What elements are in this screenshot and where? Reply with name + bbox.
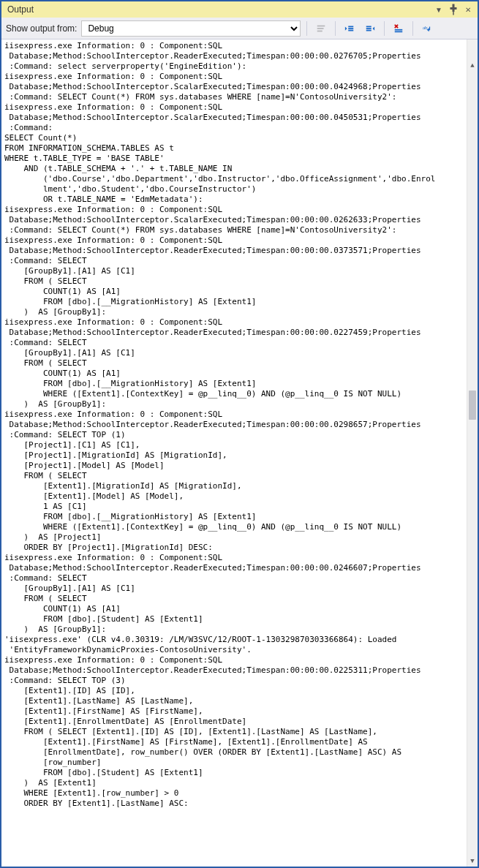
toolbar-separator	[306, 21, 307, 36]
svg-text:ab: ab	[423, 24, 428, 30]
label-show-output-from: Show output from:	[6, 23, 77, 34]
svg-rect-3	[317, 25, 325, 26]
dropdown-arrow-icon[interactable]: ▼	[432, 4, 445, 15]
toolbar-separator	[335, 21, 336, 36]
toolbar-separator	[384, 21, 385, 36]
svg-rect-1	[450, 7, 457, 10]
svg-rect-7	[395, 31, 403, 32]
vertical-scrollbar[interactable]: ▲ ▼	[467, 39, 478, 867]
panel-titlebar: Output ▼ ✕	[1, 1, 478, 18]
window-controls: ▼ ✕	[432, 4, 475, 15]
output-text-area[interactable]: iisexpress.exe Information: 0 : Componen…	[1, 39, 478, 867]
svg-rect-5	[317, 30, 323, 31]
toolbar-separator	[412, 21, 413, 36]
find-message-button	[313, 20, 329, 37]
output-source-select[interactable]: Debug	[81, 20, 301, 37]
svg-rect-6	[395, 29, 403, 30]
panel-title: Output	[7, 4, 34, 15]
indent-right-button[interactable]	[362, 20, 378, 37]
scroll-up-arrow-icon[interactable]: ▲	[467, 60, 478, 71]
scroll-down-arrow-icon[interactable]: ▼	[467, 856, 478, 867]
svg-rect-2	[453, 12, 454, 15]
pin-icon[interactable]	[447, 4, 460, 15]
svg-rect-4	[317, 28, 324, 29]
indent-left-button[interactable]	[342, 20, 358, 37]
output-content: iisexpress.exe Information: 0 : Componen…	[4, 41, 475, 809]
scroll-thumb[interactable]	[469, 390, 476, 420]
close-icon[interactable]: ✕	[461, 4, 475, 15]
output-toolbar: Show output from: Debug ab	[1, 18, 478, 39]
clear-all-button[interactable]	[391, 20, 407, 37]
toggle-word-wrap-button[interactable]: ab	[419, 20, 435, 37]
